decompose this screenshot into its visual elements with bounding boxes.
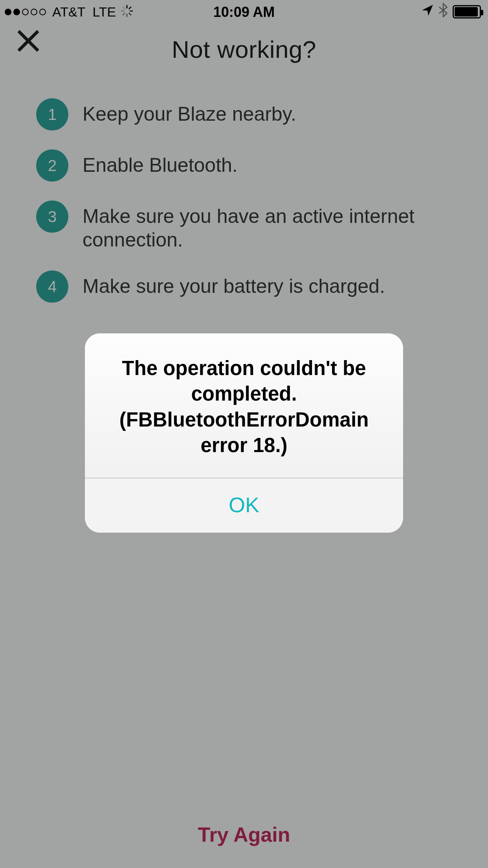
alert-message: The operation couldn't be completed. (FB… — [104, 355, 384, 458]
alert-dialog: The operation couldn't be completed. (FB… — [85, 333, 403, 533]
alert-body: The operation couldn't be completed. (FB… — [85, 333, 403, 478]
alert-ok-button[interactable]: OK — [85, 478, 403, 533]
